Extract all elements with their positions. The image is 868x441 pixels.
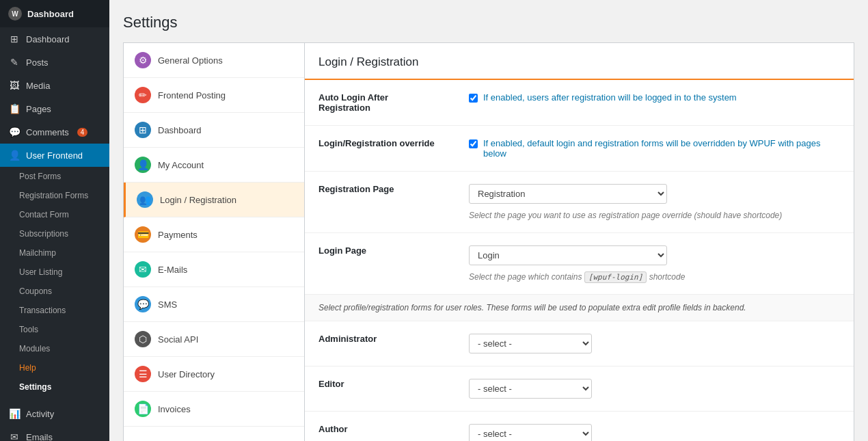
posts-icon: ✎ <box>8 57 21 68</box>
settings-layout: ⚙ General Options ✏ Frontend Posting ⊞ D… <box>123 42 854 441</box>
main-content: Settings ⚙ General Options ✏ Frontend Po… <box>109 0 868 441</box>
invoices-icon: 📄 <box>135 401 151 417</box>
nav-e-mails[interactable]: ✉ E-Mails <box>124 252 304 287</box>
editor-select[interactable]: - select - <box>469 379 592 399</box>
author-row: Author - select - <box>305 412 854 442</box>
override-checkbox-row: If enabled, default login and registrati… <box>469 138 840 159</box>
override-label: Login/Registration override <box>318 138 435 148</box>
auto-login-description: If enabled, users after registration wil… <box>483 92 737 103</box>
comments-badge: 4 <box>77 128 88 137</box>
override-description: If enabled, default login and registrati… <box>483 138 840 159</box>
sidebar-item-activity[interactable]: 📊 Activity <box>0 402 109 425</box>
sidebar-item-label: Activity <box>26 409 54 419</box>
sidebar-item-label: Pages <box>26 104 51 114</box>
sidebar-sub-help[interactable]: Help <box>0 358 109 377</box>
author-select[interactable]: - select - <box>469 424 592 441</box>
administrator-label: Administrator <box>318 334 377 344</box>
login-page-select-row: Login Select the page which contains [wp… <box>469 245 840 282</box>
sidebar: W Dashboard ⊞ Dashboard ✎ Posts 🖼 Media … <box>0 0 109 441</box>
general-options-icon: ⚙ <box>135 52 151 68</box>
section-title: Login / Registration <box>305 43 854 80</box>
sidebar-item-posts[interactable]: ✎ Posts <box>0 51 109 74</box>
sms-icon: 💬 <box>135 296 151 312</box>
auto-login-row: Auto Login After Registration If enabled… <box>305 80 854 126</box>
registration-page-select[interactable]: Registration <box>469 184 667 204</box>
nav-social-api-label: Social API <box>158 334 198 345</box>
nav-my-account-label: My Account <box>158 160 204 170</box>
editor-label: Editor <box>318 379 344 389</box>
nav-payments-label: Payments <box>158 230 198 240</box>
sidebar-sub-transactions[interactable]: Transactions <box>0 301 109 320</box>
sidebar-item-label: Media <box>26 81 50 91</box>
sidebar-sub-coupons[interactable]: Coupons <box>0 282 109 301</box>
sidebar-sub-tools[interactable]: Tools <box>0 320 109 339</box>
pages-icon: 📋 <box>8 103 21 114</box>
sidebar-item-label: Posts <box>26 57 49 68</box>
activity-icon: 📊 <box>8 408 21 419</box>
frontend-posting-icon: ✏ <box>135 87 151 103</box>
sidebar-sub-subscriptions[interactable]: Subscriptions <box>0 224 109 243</box>
sidebar-item-emails[interactable]: ✉ Emails <box>0 425 109 441</box>
administrator-select[interactable]: - select - <box>469 334 592 353</box>
auto-login-checkbox-row: If enabled, users after registration wil… <box>469 92 840 103</box>
nav-my-account[interactable]: 👤 My Account <box>124 148 304 183</box>
sidebar-item-pages[interactable]: 📋 Pages <box>0 97 109 120</box>
sidebar-sub-post-forms[interactable]: Post Forms <box>0 167 109 186</box>
settings-page: Settings ⚙ General Options ✏ Frontend Po… <box>109 0 868 441</box>
nav-general-options[interactable]: ⚙ General Options <box>124 43 304 78</box>
registration-page-row: Registration Page Registration Select th… <box>305 172 854 233</box>
registration-page-label: Registration Page <box>318 184 394 194</box>
user-frontend-icon: 👤 <box>8 150 21 161</box>
roles-info-text: Select profile/registration forms for us… <box>305 295 854 321</box>
sidebar-sub-contact-form[interactable]: Contact Form <box>0 205 109 224</box>
login-page-help: Select the page which contains [wpuf-log… <box>469 272 840 282</box>
sidebar-item-comments[interactable]: 💬 Comments 4 <box>0 120 109 144</box>
sidebar-item-label: Comments <box>26 127 69 137</box>
sidebar-item-dashboard[interactable]: ⊞ Dashboard <box>0 27 109 51</box>
payments-icon: 💳 <box>135 226 151 243</box>
sidebar-logo-label: Dashboard <box>27 9 74 19</box>
sidebar-sub-user-listing[interactable]: User Listing <box>0 263 109 282</box>
nav-sms[interactable]: 💬 SMS <box>124 287 304 322</box>
override-row: Login/Registration override If enabled, … <box>305 126 854 172</box>
login-shortcode: [wpuf-login] <box>584 271 647 283</box>
login-page-select[interactable]: Login <box>469 245 667 265</box>
login-registration-icon: 👥 <box>137 191 153 208</box>
nav-login-registration[interactable]: 👥 Login / Registration <box>124 183 304 217</box>
social-api-icon: ⬡ <box>135 331 151 347</box>
administrator-row: Administrator - select - <box>305 321 854 366</box>
dashboard-icon: ⊞ <box>135 122 151 138</box>
sidebar-item-label: Emails <box>26 432 53 442</box>
override-checkbox[interactable] <box>469 139 478 148</box>
login-page-label: Login Page <box>318 245 366 256</box>
sidebar-sub-settings[interactable]: Settings <box>0 377 109 397</box>
sidebar-sub-registration-forms[interactable]: Registration Forms <box>0 186 109 205</box>
nav-user-directory[interactable]: ☰ User Directory <box>124 357 304 392</box>
sidebar-item-label: Dashboard <box>26 34 70 44</box>
nav-dashboard-label: Dashboard <box>158 125 202 135</box>
settings-table: Auto Login After Registration If enabled… <box>305 80 854 295</box>
sidebar-item-user-frontend[interactable]: 👤 User Frontend <box>0 144 109 167</box>
nav-dashboard[interactable]: ⊞ Dashboard <box>124 113 304 148</box>
nav-e-mails-label: E-Mails <box>158 265 187 275</box>
sidebar-sub-mailchimp[interactable]: Mailchimp <box>0 243 109 263</box>
nav-social-api[interactable]: ⬡ Social API <box>124 322 304 357</box>
editor-row: Editor - select - <box>305 366 854 412</box>
nav-sms-label: SMS <box>158 299 177 310</box>
nav-invoices[interactable]: 📄 Invoices <box>124 392 304 427</box>
dashboard-icon: ⊞ <box>8 34 21 44</box>
wp-icon: W <box>8 7 22 21</box>
sidebar-logo[interactable]: W Dashboard <box>0 0 109 27</box>
sidebar-item-media[interactable]: 🖼 Media <box>0 74 109 97</box>
auto-login-label: Auto Login After Registration <box>318 92 388 113</box>
settings-nav: ⚙ General Options ✏ Frontend Posting ⊞ D… <box>124 43 305 441</box>
nav-payments[interactable]: 💳 Payments <box>124 217 304 252</box>
settings-content: Login / Registration Auto Login After Re… <box>305 43 854 441</box>
auto-login-checkbox[interactable] <box>469 94 478 103</box>
e-mails-icon: ✉ <box>135 261 151 278</box>
nav-frontend-posting[interactable]: ✏ Frontend Posting <box>124 78 304 113</box>
my-account-icon: 👤 <box>135 157 151 173</box>
media-icon: 🖼 <box>8 80 21 91</box>
sidebar-sub-modules[interactable]: Modules <box>0 339 109 358</box>
user-directory-icon: ☰ <box>135 366 151 382</box>
